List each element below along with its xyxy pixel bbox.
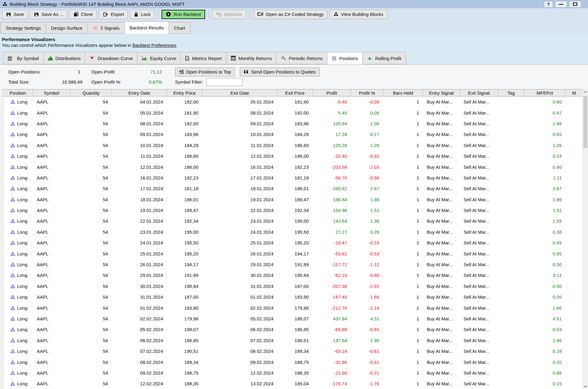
column-header-position[interactable]: Position — [3, 89, 33, 96]
tab-periodic-returns[interactable]: Periodic Returns — [277, 52, 327, 64]
cell-profit: 105.84 — [313, 118, 351, 129]
table-row[interactable]: LongAAPL5423.01.2024195,0024.01.2024195,… — [3, 227, 582, 237]
tab-distributions[interactable]: Distributions — [44, 52, 86, 64]
column-header-symbol[interactable]: Symbol — [33, 89, 71, 96]
table-row[interactable]: LongAAPL5430.01.2024190,8431.01.2024187,… — [3, 281, 582, 292]
tab-backtest-results[interactable]: Backtest Results — [125, 21, 169, 34]
cell-entry-price: 188,07 — [167, 324, 202, 335]
vertical-scrollbar[interactable] — [582, 89, 588, 389]
table-row[interactable]: LongAAPL5406.02.2024186,8507.02.2024190,… — [3, 335, 582, 346]
column-header-exit-date[interactable]: Exit Date — [202, 89, 277, 96]
table-row[interactable]: LongAAPL5408.01.2024182,0009.01.2024183,… — [3, 118, 582, 129]
open-csharp-button[interactable]: C# Open as C# Coded Strategy — [253, 10, 328, 19]
maximize-button[interactable] — [569, 1, 581, 8]
column-header-exit-signal[interactable]: Exit Signal — [460, 89, 498, 96]
long-position-icon — [10, 295, 15, 299]
cell-filler — [566, 172, 582, 183]
clone-button[interactable]: Clone — [70, 10, 97, 19]
column-header-m-cut[interactable]: M — [566, 89, 582, 96]
toolbar: Save Save As ... Clone Export Lock Run B… — [0, 8, 588, 20]
export-button[interactable]: Export — [99, 10, 128, 19]
tab-metrics-report[interactable]: Metrics Report — [181, 52, 227, 64]
table-row[interactable]: LongAAPL5419.01.2024189,4722.01.2024192,… — [3, 205, 582, 216]
column-header-quantity[interactable]: Quantity — [71, 89, 112, 96]
table-row[interactable]: LongAAPL5412.02.2024188,3513.02.2024185,… — [3, 378, 582, 389]
table-row[interactable]: LongAAPL5431.01.2024187,0001.02.2024183,… — [3, 292, 582, 302]
tab-rolling-profit[interactable]: Rolling Profit — [363, 52, 406, 64]
view-building-blocks-button[interactable]: View Building Blocks — [330, 10, 387, 19]
table-row[interactable]: LongAAPL5426.01.2024194,1729.01.2024191,… — [3, 259, 582, 270]
table-row[interactable]: LongAAPL5405.02.2024188,0706.02.2024186,… — [3, 324, 582, 335]
long-position-icon — [10, 338, 15, 342]
long-position-icon — [10, 371, 15, 375]
tab-design-surface[interactable]: Design Surface — [46, 22, 88, 34]
scrollbar-up-button[interactable] — [583, 89, 588, 95]
column-header-mfepct[interactable]: MFEPct — [524, 89, 566, 96]
save-as-button[interactable]: Save As ... — [30, 10, 67, 19]
tab-drawdown-curve[interactable]: Drawdown Curve — [85, 52, 137, 64]
cell-position: Long — [3, 205, 33, 216]
scrollbar-thumb[interactable] — [583, 96, 587, 148]
cell-profit: 197.64 — [313, 335, 351, 346]
save-button[interactable]: Save — [2, 10, 28, 19]
table-row[interactable]: LongAAPL5417.01.2024181,1818.01.2024186,… — [3, 183, 582, 194]
table-row[interactable]: LongAAPL5401.02.2024183,9002.02.2024179,… — [3, 302, 582, 313]
tab-by-symbol[interactable]: ABCDEF By Symbol — [3, 52, 44, 64]
backtest-preferences-link[interactable]: Backtest Preferences — [132, 43, 176, 48]
table-row[interactable]: LongAAPL5424.01.2024195,5025.01.2024195,… — [3, 237, 582, 248]
column-header-profit[interactable]: Profit — [313, 89, 351, 96]
table-row[interactable]: LongAAPL5411.01.2024186,6012.01.2024186,… — [3, 151, 582, 161]
send-open-positions-to-quotes-button[interactable]: Send Open Positions to Quotes — [240, 67, 319, 77]
column-header-tag[interactable]: Tag — [498, 89, 524, 96]
cell-mfe-pct: 0.50 — [524, 281, 566, 292]
table-row[interactable]: LongAAPL5404.01.2024182,0005.01.2024181,… — [3, 96, 582, 107]
table-row[interactable]: LongAAPL5416.01.2024182,2317.01.2024181,… — [3, 172, 582, 183]
table-row[interactable]: LongAAPL5409.02.2024188,7512.02.2024188,… — [3, 368, 582, 378]
optimize-button[interactable]: Optimize — [212, 10, 246, 19]
table-row[interactable]: LongAAPL5405.01.2024181,9008.01.2024182,… — [3, 107, 582, 118]
cell-filler — [566, 194, 582, 205]
symbol-filter-input[interactable] — [206, 78, 242, 86]
table-row[interactable]: LongAAPL5422.01.2024192,3423.01.2024195,… — [3, 216, 582, 226]
tab-positions[interactable]: Positions — [327, 52, 363, 64]
cell-tag — [498, 324, 524, 335]
minimize-button[interactable] — [555, 1, 567, 8]
run-backtest-button[interactable]: Run Backtest — [162, 10, 205, 19]
cell-entry-signal: Buy At Mar... — [423, 237, 460, 248]
tab-signals[interactable]: 2 Signals — [88, 22, 125, 34]
cell-tag — [498, 183, 524, 194]
cell-mfe-pct: 0.60 — [524, 96, 566, 107]
cell-tag — [498, 248, 524, 259]
column-header-entry-price[interactable]: Entry Price — [167, 89, 202, 96]
table-row[interactable]: LongAAPL5407.02.2024190,5108.02.2024189,… — [3, 346, 582, 357]
cell-entry-price: 186,60 — [167, 151, 202, 161]
cell-exit-signal: Sell At Mar... — [460, 151, 498, 161]
table-row[interactable]: LongAAPL5412.01.2024186,0016.01.2024182,… — [3, 161, 582, 172]
tab-chart[interactable]: Chart — [169, 22, 190, 34]
table-row[interactable]: LongAAPL5409.01.2024183,9610.01.2024184,… — [3, 129, 582, 140]
open-profit-value: 71,12 — [140, 69, 162, 74]
cell-tag — [498, 368, 524, 378]
cell-entry-signal: Buy At Mar... — [423, 151, 460, 161]
column-header-profit-pct[interactable]: Profit % — [351, 89, 383, 96]
open-positions-to-top-button[interactable]: Open Positions to Top — [175, 67, 235, 77]
lock-button[interactable]: Lock — [130, 10, 155, 19]
run-icon — [166, 12, 171, 17]
table-row[interactable]: LongAAPL5425.01.2024195,2026.01.2024194,… — [3, 248, 582, 259]
table-row[interactable]: LongAAPL5408.02.2024189,3409.02.2024188,… — [3, 357, 582, 367]
tab-monthly-returns[interactable]: Monthly Returns — [227, 52, 277, 64]
table-row[interactable]: LongAAPL5402.02.2024179,9605.02.2024188,… — [3, 313, 582, 324]
tab-equity-curve[interactable]: Equity Curve — [137, 52, 181, 64]
table-row[interactable]: LongAAPL5418.01.2024186,0119.01.2024189,… — [3, 194, 582, 205]
tab-strategy-settings[interactable]: Strategy Settings — [1, 22, 46, 34]
table-row[interactable]: LongAAPL5429.01.2024191,9930.01.2024190,… — [3, 270, 582, 281]
column-header-entry-date[interactable]: Entry Date — [112, 89, 167, 96]
help-button[interactable]: ? — [544, 1, 553, 8]
column-header-bars-held[interactable]: Bars Held — [383, 89, 423, 96]
column-header-entry-signal[interactable]: Entry Signal — [423, 89, 460, 96]
cell-exit-price: 195,50 — [277, 227, 313, 237]
column-header-exit-price[interactable]: Exit Price — [277, 89, 313, 96]
table-row[interactable]: LongAAPL5410.01.2024184,2811.01.2024186,… — [3, 140, 582, 151]
scrollbar-down-button[interactable] — [583, 384, 588, 389]
quotes-icon — [244, 70, 249, 74]
